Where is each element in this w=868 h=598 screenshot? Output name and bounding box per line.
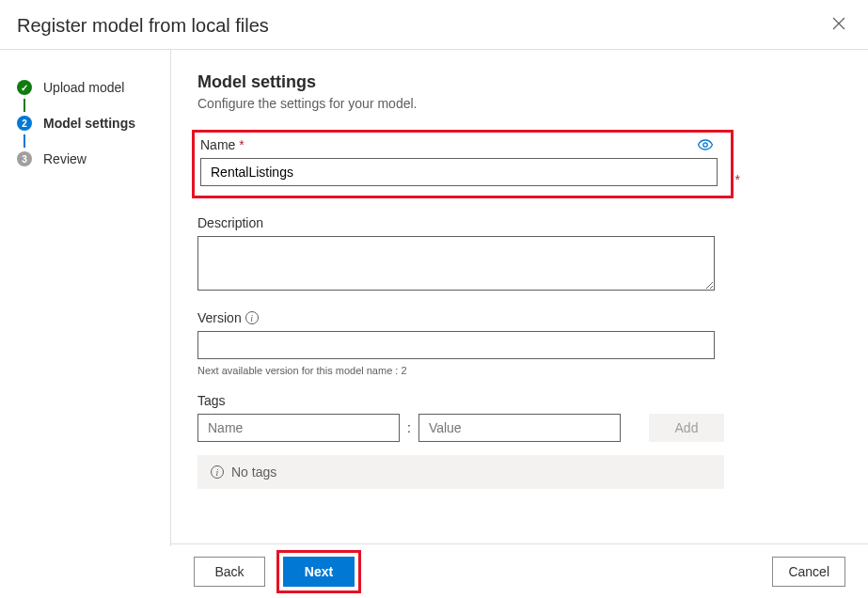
required-asterisk: *: [239, 137, 244, 152]
tag-value-input[interactable]: [418, 414, 621, 442]
step-connector: [24, 134, 25, 148]
version-helper: Next available version for this model na…: [197, 365, 840, 376]
view-icon[interactable]: [697, 139, 714, 150]
name-highlight: Name * *: [192, 130, 734, 198]
step-review[interactable]: 3 Review: [17, 148, 161, 170]
name-input[interactable]: [200, 158, 718, 186]
step-number-icon: 3: [17, 151, 32, 166]
page-heading: Model settings: [197, 72, 840, 92]
description-input[interactable]: [197, 236, 715, 291]
required-asterisk: *: [735, 172, 740, 187]
step-label: Upload model: [43, 80, 124, 95]
description-label: Description: [197, 215, 263, 230]
name-label: Name: [200, 137, 235, 152]
version-input[interactable]: [197, 331, 715, 359]
info-icon[interactable]: i: [245, 311, 259, 324]
back-button[interactable]: Back: [194, 557, 265, 587]
step-label: Model settings: [43, 116, 135, 131]
step-connector: [24, 99, 25, 112]
tags-label: Tags: [197, 393, 226, 408]
close-icon: [832, 17, 845, 33]
svg-point-0: [703, 143, 707, 147]
tags-separator: :: [407, 420, 411, 435]
cancel-button[interactable]: Cancel: [772, 557, 845, 587]
no-tags-banner: i No tags: [197, 455, 724, 489]
dialog-title: Register model from local files: [17, 15, 269, 37]
version-label: Version: [197, 310, 242, 325]
step-number-icon: 2: [17, 116, 32, 131]
close-button[interactable]: [827, 13, 851, 38]
info-icon: i: [211, 465, 224, 479]
check-icon: ✓: [17, 80, 32, 95]
step-model-settings[interactable]: 2 Model settings: [17, 112, 161, 134]
next-highlight: Next: [276, 550, 361, 593]
wizard-steps: ✓ Upload model 2 Model settings 3 Review: [0, 50, 171, 546]
tag-name-input[interactable]: [197, 414, 400, 442]
next-button[interactable]: Next: [283, 557, 355, 587]
step-upload-model[interactable]: ✓ Upload model: [17, 76, 161, 99]
no-tags-text: No tags: [231, 464, 276, 480]
page-subtitle: Configure the settings for your model.: [197, 96, 840, 111]
add-tag-button: Add: [649, 414, 724, 442]
step-label: Review: [43, 151, 87, 166]
